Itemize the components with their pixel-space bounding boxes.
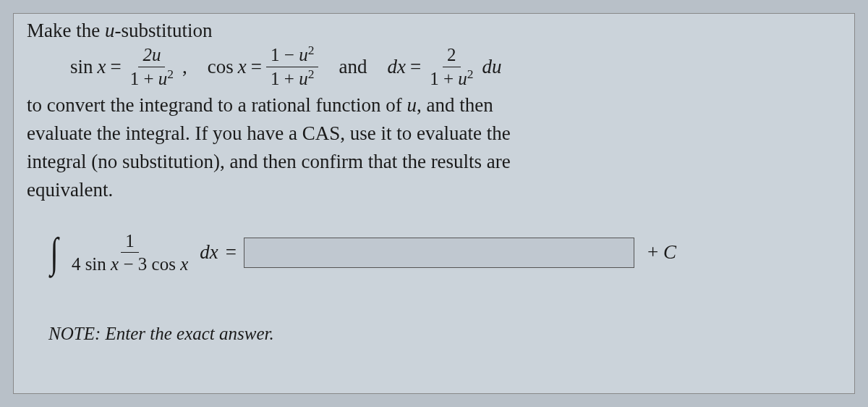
body-line1a: to convert the integrand to a rational f… [27,94,407,116]
body-line3: integral (no substitution), and then con… [27,151,511,172]
dx-num: 2 [443,45,461,67]
cos-label: cos [208,56,234,78]
integral-row: ∫ 1 4 sin x − 3 cos x dx = + C [27,231,841,274]
intro-tail: -substitution [114,20,212,41]
note-text: Enter the exact answer. [101,324,274,343]
dx-den-pre: 1 + [430,69,458,88]
sin-num: 2u [142,45,161,64]
body-line1b: , and then [417,94,493,116]
cos-den-pre: 1 + [271,69,299,88]
dx-label: dx [387,56,405,78]
eq-sign: = [251,56,262,78]
dx-fraction: 2 1 + u2 [425,45,477,88]
integrand-den-b: − 3 cos [119,254,180,274]
cos-num-exp: 2 [308,43,315,57]
plus-c-text: + C [647,241,676,264]
intro-text: Make the u-substitution [27,20,841,42]
eq-sign: = [111,56,122,78]
dx-den-exp: 2 [467,66,474,80]
cos-num-pre: 1 − [271,45,299,64]
problem-container: Make the u-substitution sin x = 2u 1 + u… [13,13,855,394]
eq-sign: = [410,56,421,78]
dx-den-var: u [458,69,467,88]
intro-pre: Make the [27,20,105,41]
cos-x-var: x [238,56,247,78]
sin-fraction: 2u 1 + u2 [126,45,178,88]
cos-fraction: 1 − u2 1 + u2 [266,45,318,88]
integrand-fraction: 1 4 sin x − 3 cos x [67,231,192,274]
problem-body: to convert the integrand to a rational f… [27,91,841,205]
answer-input[interactable] [244,238,634,268]
body-line4: equivalent. [27,179,113,201]
and-text: and [339,56,367,78]
dx-text: dx [200,241,218,264]
sin-den-var: u [158,69,168,88]
substitution-row: sin x = 2u 1 + u2 , cos x = 1 − u2 1 + u… [27,45,841,88]
comma: , [182,56,187,78]
integrand-x1: x [111,254,119,274]
sin-substitution: sin x = 2u 1 + u2 , [70,45,187,88]
eq-sign: = [226,241,237,264]
sin-den-exp: 2 [167,66,174,80]
note-line: NOTE: Enter the exact answer. [27,324,841,344]
intro-u-var: u [105,20,115,41]
note-label: NOTE: [48,324,101,343]
sin-den-pre: 1 + [130,69,158,88]
cos-den-exp: 2 [308,66,315,80]
body-u-var: u [407,94,417,116]
sin-label: sin [70,56,93,78]
integral-sign: ∫ [50,232,58,274]
cos-substitution: cos x = 1 − u2 1 + u2 [208,45,319,88]
integrand-x2: x [180,254,188,274]
du-text: du [482,56,501,78]
cos-den-var: u [299,69,308,88]
dx-substitution: dx = 2 1 + u2 du [387,45,501,88]
cos-num-var: u [299,45,308,64]
body-line2: evaluate the integral. If you have a CAS… [27,122,511,144]
integrand-den-a: 4 sin [72,254,111,274]
integrand-num: 1 [121,231,139,253]
sin-x-var: x [98,56,106,78]
